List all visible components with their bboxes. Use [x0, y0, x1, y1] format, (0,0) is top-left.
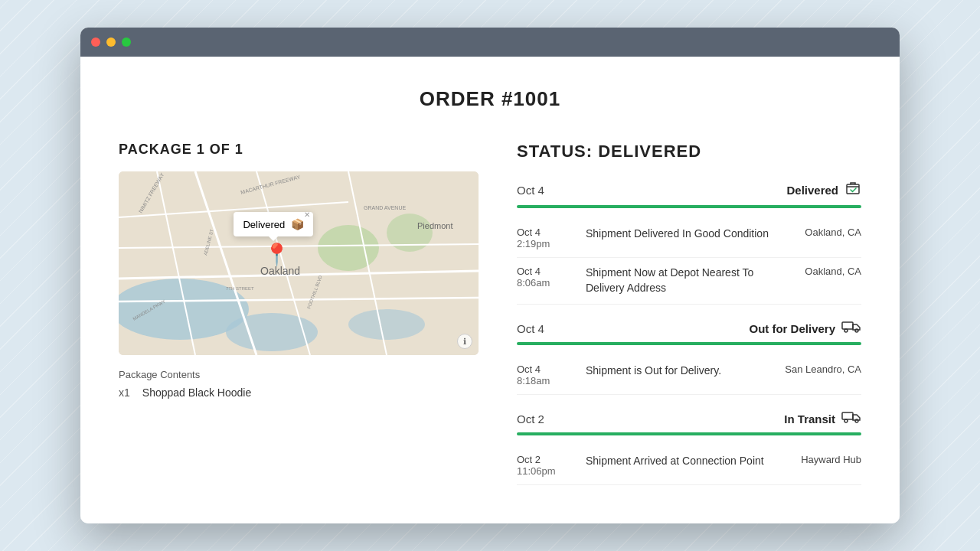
- section-date-2: Oct 4: [517, 322, 544, 335]
- event-loc-4: Hayward Hub: [801, 454, 861, 465]
- intransit-label: In Transit: [784, 412, 835, 425]
- outfordelivery-label: Out for Delivery: [749, 322, 835, 335]
- item-qty: x1: [119, 386, 130, 399]
- event-time-val-4: 11:06pm: [517, 465, 586, 477]
- svg-rect-27: [842, 412, 853, 419]
- minimize-button[interactable]: [106, 37, 116, 47]
- event-loc-2: Oakland, CA: [805, 266, 861, 277]
- delivered-label: Delivered: [786, 184, 838, 197]
- event-time-2: Oct 4 8:06am: [517, 266, 586, 289]
- section-status-outfordelivery: Out for Delivery: [749, 320, 861, 337]
- event-date-2: Oct 4: [517, 266, 586, 277]
- event-time-4: Oct 2 11:06pm: [517, 454, 586, 477]
- event-loc-1: Oakland, CA: [805, 227, 861, 238]
- tracking-event-2: Oct 4 8:06am Shipment Now at Depot Neare…: [517, 258, 861, 304]
- section-date-3: Oct 2: [517, 412, 544, 425]
- section-header-outfordelivery: Oct 4 Out for Delivery: [517, 320, 861, 337]
- left-panel: PACKAGE 1 OF 1: [119, 142, 479, 484]
- item-name: Shoppad Black Hoodie: [142, 386, 251, 399]
- order-title: ORDER #1001: [119, 87, 861, 111]
- event-loc-3: San Leandro, CA: [785, 364, 861, 375]
- event-date-3: Oct 4: [517, 364, 586, 375]
- page-content: ORDER #1001 PACKAGE 1 OF 1: [80, 57, 900, 523]
- event-date-4: Oct 2: [517, 454, 586, 465]
- delivered-icon: [844, 180, 861, 201]
- svg-point-28: [844, 419, 848, 422]
- svg-text:Piedmont: Piedmont: [417, 221, 452, 230]
- contents-label: Package Contents: [119, 369, 479, 380]
- tracking-section-intransit: Oct 2 In Transit: [517, 410, 861, 485]
- progress-bar-outfordelivery: [517, 342, 861, 345]
- event-time-val-1: 2:19pm: [517, 238, 586, 249]
- section-header-delivered: Oct 4 Delivered: [517, 180, 861, 201]
- map-tooltip: ✕ Delivered 📦: [234, 212, 313, 236]
- svg-point-4: [318, 225, 379, 271]
- event-desc-3: Shipment is Out for Delivery.: [586, 364, 773, 379]
- outfordelivery-icon: [841, 320, 861, 337]
- section-date-1: Oct 4: [517, 184, 544, 197]
- tooltip-close[interactable]: ✕: [304, 210, 310, 219]
- svg-rect-24: [842, 322, 853, 329]
- status-heading: STATUS: DELIVERED: [517, 142, 861, 161]
- package-label: PACKAGE 1 OF 1: [119, 142, 479, 158]
- app-window: ORDER #1001 PACKAGE 1 OF 1: [80, 28, 900, 523]
- right-panel: STATUS: DELIVERED Oct 4 Delivered: [517, 142, 861, 484]
- svg-text:GRAND AVENUE: GRAND AVENUE: [364, 205, 406, 210]
- event-desc-4: Shipment Arrived at Connection Point: [586, 454, 789, 469]
- svg-point-26: [855, 329, 858, 332]
- tracking-event-1: Oct 4 2:19pm Shipment Delivered In Good …: [517, 219, 861, 258]
- event-time-val-2: 8:06am: [517, 277, 586, 289]
- tracking-section-delivered: Oct 4 Delivered: [517, 180, 861, 304]
- tooltip-package-icon: 📦: [291, 218, 304, 230]
- maximize-button[interactable]: [122, 37, 131, 47]
- tracking-section-outfordelivery: Oct 4 Out for Delivery: [517, 320, 861, 395]
- svg-point-25: [844, 329, 848, 332]
- svg-rect-23: [847, 184, 859, 194]
- tracking-event-4: Oct 2 11:06pm Shipment Arrived at Connec…: [517, 446, 861, 485]
- tooltip-text: Delivered: [243, 219, 285, 230]
- titlebar: [80, 28, 900, 57]
- svg-point-3: [348, 309, 425, 340]
- event-desc-1: Shipment Delivered In Good Condition: [586, 227, 792, 242]
- svg-point-29: [855, 419, 858, 422]
- section-status-delivered: Delivered: [786, 180, 861, 201]
- contents-item: x1 Shoppad Black Hoodie: [119, 386, 479, 399]
- package-contents: Package Contents x1 Shoppad Black Hoodie: [119, 369, 479, 399]
- intransit-icon: [841, 410, 861, 428]
- tracking-event-3: Oct 4 8:18am Shipment is Out for Deliver…: [517, 356, 861, 395]
- map-pin: 📍: [263, 242, 290, 267]
- svg-text:7TH STREET: 7TH STREET: [226, 286, 254, 291]
- svg-point-5: [387, 214, 433, 252]
- close-button[interactable]: [91, 37, 100, 47]
- section-header-intransit: Oct 2 In Transit: [517, 410, 861, 428]
- map-container[interactable]: NIMITZ FREEWAY MACARTHUR FREEWAY GRAND A…: [119, 171, 479, 355]
- section-status-intransit: In Transit: [784, 410, 861, 428]
- event-time-1: Oct 4 2:19pm: [517, 227, 586, 249]
- event-date-1: Oct 4: [517, 227, 586, 238]
- event-desc-2: Shipment Now at Depot Nearest To Deliver…: [586, 266, 792, 295]
- event-time-3: Oct 4 8:18am: [517, 364, 586, 386]
- progress-bar-intransit: [517, 432, 861, 435]
- event-time-val-3: 8:18am: [517, 375, 586, 386]
- main-layout: PACKAGE 1 OF 1: [119, 142, 861, 484]
- progress-bar-delivered: [517, 205, 861, 208]
